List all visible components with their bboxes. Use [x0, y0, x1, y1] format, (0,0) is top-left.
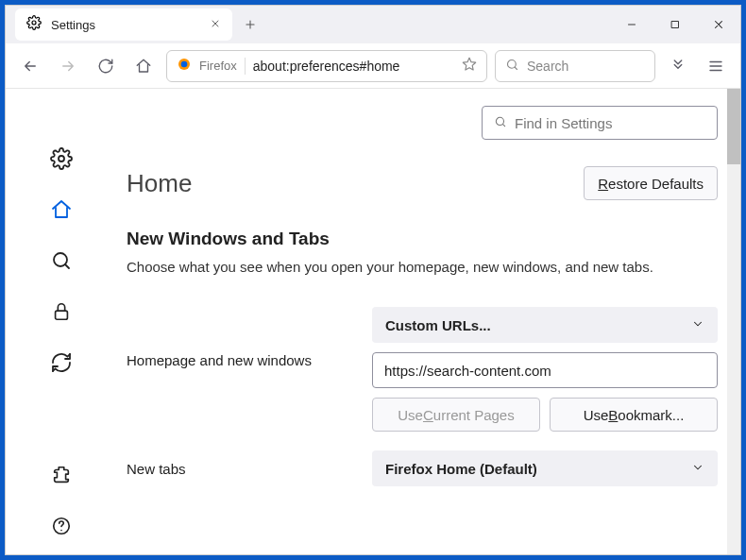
section-title: New Windows and Tabs	[127, 229, 718, 249]
browser-window: Settings Firefox about:preferences#home	[5, 5, 741, 555]
svg-point-5	[59, 156, 64, 161]
svg-point-3	[181, 60, 188, 67]
settings-content: Find in Settings Home Restore Defaults N…	[6, 89, 740, 554]
scrollbar[interactable]	[727, 89, 740, 554]
svg-point-0	[32, 21, 36, 25]
find-in-settings-input[interactable]: Find in Settings	[482, 106, 718, 140]
sidebar-item-privacy[interactable]	[48, 298, 75, 325]
homepage-label: Homepage and new windows	[127, 307, 372, 368]
find-placeholder: Find in Settings	[515, 115, 612, 131]
forward-button[interactable]	[53, 51, 83, 81]
firefox-logo-icon	[177, 57, 192, 76]
search-icon	[494, 115, 507, 131]
newtabs-mode-select[interactable]: Firefox Home (Default)	[372, 450, 718, 486]
use-bookmark-button[interactable]: Use Bookmark...	[550, 398, 718, 432]
chevron-down-icon	[691, 461, 704, 477]
titlebar: Settings	[6, 6, 740, 43]
urlbar-identity: Firefox	[199, 59, 237, 73]
gear-icon	[26, 15, 42, 34]
maximize-button[interactable]	[653, 6, 697, 43]
back-button[interactable]	[15, 51, 45, 81]
page-title: Home	[127, 169, 192, 198]
reload-button[interactable]	[91, 51, 121, 81]
select-value: Firefox Home (Default)	[385, 461, 537, 477]
newtabs-label: New tabs	[127, 461, 372, 477]
bookmark-star-icon[interactable]	[462, 57, 477, 76]
minimize-button[interactable]	[610, 6, 653, 43]
close-icon[interactable]	[210, 17, 221, 32]
overflow-button[interactable]	[663, 51, 693, 81]
homepage-mode-select[interactable]: Custom URLs...	[372, 307, 718, 343]
sidebar-item-extensions[interactable]	[48, 462, 75, 488]
search-placeholder: Search	[527, 59, 568, 74]
svg-rect-7	[56, 311, 68, 319]
sidebar-item-help[interactable]	[48, 513, 75, 539]
svg-rect-1	[672, 22, 679, 28]
scrollbar-thumb[interactable]	[727, 89, 740, 164]
sidebar-item-sync[interactable]	[48, 349, 75, 376]
restore-defaults-button[interactable]: Restore Defaults	[584, 166, 718, 200]
settings-sidebar	[6, 89, 117, 554]
select-value: Custom URLs...	[385, 317, 491, 333]
search-icon	[505, 58, 519, 75]
homepage-url-input[interactable]	[372, 352, 718, 388]
nav-toolbar: Firefox about:preferences#home Search	[6, 43, 740, 89]
search-bar[interactable]: Search	[495, 50, 655, 82]
new-tab-button[interactable]	[244, 14, 257, 36]
section-description: Choose what you see when you open your h…	[127, 259, 718, 275]
settings-main: Find in Settings Home Restore Defaults N…	[117, 89, 740, 554]
browser-tab[interactable]: Settings	[15, 8, 232, 41]
sidebar-item-search[interactable]	[48, 247, 75, 274]
tab-title: Settings	[51, 18, 200, 32]
home-button[interactable]	[128, 51, 159, 81]
chevron-down-icon	[691, 317, 704, 333]
use-current-pages-button[interactable]: Use Current Pages	[372, 398, 540, 432]
close-window-button[interactable]	[697, 6, 740, 43]
url-bar[interactable]: Firefox about:preferences#home	[166, 50, 487, 82]
url-text: about:preferences#home	[253, 59, 454, 74]
sidebar-item-general[interactable]	[48, 145, 75, 172]
sidebar-item-home[interactable]	[48, 196, 75, 223]
separator	[245, 58, 246, 75]
hamburger-menu-button[interactable]	[701, 51, 731, 81]
window-controls	[610, 6, 740, 43]
